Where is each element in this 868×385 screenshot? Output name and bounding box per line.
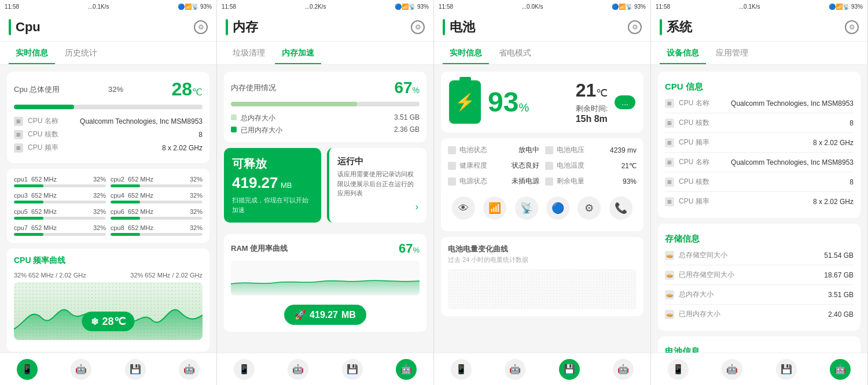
tab-device-sys[interactable]: 设备信息	[660, 43, 706, 64]
cpu-core-icon: ⊞	[14, 130, 23, 139]
nav-sys-home[interactable]: 📱	[668, 359, 689, 380]
content-batt: ⚡ 93% 21℃ 剩余时间: 15h 8m ... 电池状态	[434, 65, 650, 353]
nav-settings-icon[interactable]: 🤖	[179, 359, 200, 380]
cpu-cores-card: cpu1 652 MHz32% cpu2 652 MHz32% cpu3 652…	[7, 169, 209, 243]
mem-release-title: 可释放	[232, 156, 313, 172]
mem-release-size: 419.27 MB	[232, 174, 313, 192]
cpu-progress-fill	[14, 105, 74, 109]
settings-icon-sys[interactable]: ⚙	[845, 20, 859, 34]
mem-release-card: 可释放 419.27 MB 扫描完成，你现在可以开始加速	[224, 148, 321, 223]
battery-temp-remain: 21℃ 剩余时间: 15h 8m	[576, 80, 608, 124]
status-time: 11:58	[5, 3, 19, 10]
sys-cpu-row-3: ⊞ CPU 名称 Qualcomm Technologies, Inc MSM8…	[665, 157, 854, 167]
sys-cpu-row-2: ⊞ CPU 频率 8 x 2.02 GHz	[665, 138, 854, 147]
tab-realtime-cpu[interactable]: 实时信息	[9, 43, 55, 64]
phone-icon[interactable]: 📞	[609, 197, 632, 220]
title-bar-mem	[226, 19, 228, 35]
batt-power-icon	[448, 177, 456, 186]
mem-usage-card: 内存使用情况 67% 总内存大小 3.51 GB 已用内存大小	[224, 72, 426, 142]
batt-status-time: 11:58	[439, 3, 453, 10]
mem-status-network: ...0.2K/s	[305, 3, 326, 10]
batt-volt-icon	[545, 146, 553, 154]
core-item-4: cpu5 652 MHz32%	[14, 208, 106, 220]
nav-mem-home[interactable]: 📱	[234, 359, 255, 380]
gear-batt-icon[interactable]: ⚙	[578, 197, 601, 220]
batt-health-icon	[448, 162, 456, 170]
core-item-5: cpu6 652 MHz32%	[111, 208, 203, 220]
panel-title-batt: 电池	[450, 18, 475, 36]
nav-sys-storage[interactable]: 💾	[776, 359, 797, 380]
tab-history-cpu[interactable]: 历史统计	[58, 43, 104, 64]
title-bar-sys	[660, 19, 662, 35]
wifi-icon[interactable]: 📶	[483, 197, 506, 220]
nav-mem-active[interactable]: 🤖	[396, 359, 417, 380]
core-item-1: cpu2 652 MHz32%	[111, 176, 203, 187]
content-cpu: Cpu 总体使用 32% 28℃ ⊞ CPU 名称 Qualcomm Techn…	[0, 65, 216, 353]
sys-cpu-freq-icon-0: ⊞	[665, 138, 674, 147]
eye-icon[interactable]: 👁	[452, 197, 475, 220]
core-item-0: cpu1 652 MHz32%	[14, 176, 106, 187]
snowflake-icon: ❄	[91, 316, 98, 327]
freq-chart-card: CPU 频率曲线 32% 652 MHz / 2.02 GHz 32% 652 …	[7, 249, 209, 351]
status-bar-sys: 11:58 ...0.1K/s 🔵📶📡 93%	[651, 0, 867, 13]
tab-realtime-batt[interactable]: 实时信息	[443, 43, 489, 64]
sys-batt-title: 电池信息	[665, 346, 854, 353]
tab-trash-mem[interactable]: 垃圾清理	[226, 43, 272, 64]
tab-boost-mem[interactable]: 内存加速	[275, 43, 321, 64]
sys-storage-icon-2: 🥧	[665, 290, 674, 299]
app-header-mem: 内存 ⚙	[217, 13, 433, 42]
settings-icon-mem[interactable]: ⚙	[411, 20, 425, 34]
settings-icon-cpu[interactable]: ⚙	[194, 20, 208, 34]
cpu-freq-icon: ⊞	[14, 143, 23, 153]
nav-batt-storage[interactable]: 💾	[559, 359, 580, 380]
nav-storage-icon[interactable]: 💾	[125, 359, 146, 380]
arrow-right-icon[interactable]: ›	[337, 202, 418, 212]
bottom-nav-mem: 📱 🤖 💾 🤖	[217, 353, 433, 385]
nav-cpu-icon[interactable]: 📱	[17, 359, 38, 380]
mem-progress-light	[231, 102, 357, 106]
nav-batt-home[interactable]: 📱	[451, 359, 472, 380]
settings-icon-batt[interactable]: ⚙	[628, 20, 642, 34]
bottom-nav-sys: 📱 🤖 💾 🤖	[651, 353, 867, 385]
bluetooth-icon[interactable]: 🔵	[546, 197, 569, 220]
more-button[interactable]: ...	[615, 95, 635, 109]
memory-panel: 11:58 ...0.2K/s 🔵📶📡 93% 内存 ⚙ 垃圾清理 内存加速 内…	[217, 0, 434, 385]
signal-icon[interactable]: 📡	[515, 197, 538, 220]
total-mem-dot	[231, 114, 237, 120]
tab-apps-sys[interactable]: 应用管理	[709, 43, 755, 64]
sys-cpu-row-5: ⊞ CPU 频率 8 x 2.02 GHz	[665, 197, 854, 206]
mem-action-row: 可释放 419.27 MB 扫描完成，你现在可以开始加速 运行中 该应用需要使用…	[224, 148, 426, 228]
nav-batt-robot[interactable]: 🤖	[505, 359, 525, 380]
sys-status-time: 11:58	[656, 3, 670, 10]
cpu-name-icon: ⊞	[14, 117, 23, 126]
panel-title-mem: 内存	[233, 18, 258, 36]
ram-chart-title: RAM 使用率曲线	[231, 243, 288, 254]
nav-mem-robot[interactable]: 🤖	[288, 359, 308, 380]
core-item-7: cpu8 652 MHz32%	[111, 224, 203, 236]
bottom-nav-batt: 📱 🤖 💾 🤖	[434, 353, 650, 385]
status-icons: 🔵📶📡 93%	[178, 3, 212, 10]
cpu-info-row-2: ⊞ CPU 频率 8 x 2.02 GHz	[14, 143, 203, 153]
battery-panel: 11:58 ...0.0K/s 🔵📶📡 93% 电池 ⚙ 实时信息 省电模式 ⚡…	[434, 0, 651, 385]
status-bar-mem: 11:58 ...0.2K/s 🔵📶📡 93%	[217, 0, 433, 13]
app-title-mem: 内存	[226, 18, 258, 36]
batt-info-3: 电池温度 21℃	[545, 161, 637, 171]
nav-sys-active[interactable]: 🤖	[830, 359, 851, 380]
tabs-mem: 垃圾清理 内存加速	[217, 42, 433, 65]
battery-pct-display: 93%	[488, 88, 529, 116]
nav-mem-storage[interactable]: 💾	[342, 359, 363, 380]
nav-robot-icon[interactable]: 🤖	[71, 359, 91, 380]
ram-mem-badge[interactable]: 🚀 419.27 MB	[284, 305, 366, 325]
mem-status-time: 11:58	[222, 3, 236, 10]
batt-chart-subtitle: 过去 24 小时的电量统计数据	[448, 256, 637, 264]
cpu-temperature: 28℃	[171, 79, 203, 100]
tab-saver-batt[interactable]: 省电模式	[492, 43, 538, 64]
sys-status-network: ...0.1K/s	[739, 3, 760, 10]
nav-sys-robot[interactable]: 🤖	[722, 359, 742, 380]
app-title-sys: 系统	[660, 18, 692, 36]
sys-storage-row-1: 🥧 已用存储空间大小 18.67 GB	[665, 270, 854, 280]
sys-storage-row-3: 🥧 已用内存大小 2.40 GB	[665, 309, 854, 319]
sys-cpu-row-0: ⊞ CPU 名称 Qualcomm Technologies, Inc MSM8…	[665, 98, 854, 108]
nav-batt-settings[interactable]: 🤖	[613, 359, 634, 380]
core-item-3: cpu4 652 MHz32%	[111, 192, 203, 203]
